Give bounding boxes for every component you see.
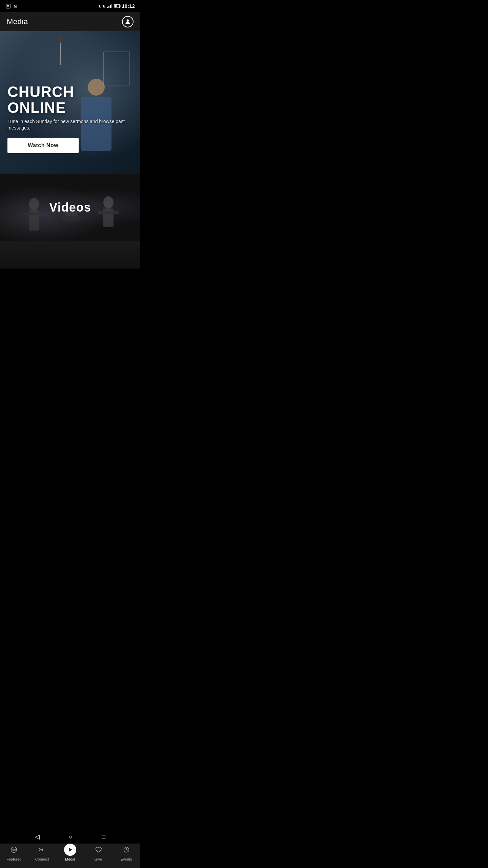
hero-title: CHURCH ONLINE <box>7 84 133 115</box>
videos-label: Videos <box>49 200 91 215</box>
svg-point-13 <box>127 19 129 22</box>
app-title: Media <box>7 17 28 26</box>
hero-content: CHURCH ONLINE Tune in each Sunday for ne… <box>7 84 133 153</box>
battery-icon <box>114 4 121 8</box>
sim-icon <box>5 3 11 9</box>
svg-rect-21 <box>98 211 119 214</box>
mic-decoration <box>60 38 61 65</box>
n-logo-icon: N <box>13 3 18 9</box>
svg-rect-5 <box>108 6 109 8</box>
time-display: 10:12 <box>122 3 135 9</box>
status-bar: N LTE 10:12 <box>0 0 140 12</box>
svg-text:N: N <box>14 4 17 9</box>
hero-subtitle: Tune in each Sunday for new sermons and … <box>7 118 133 132</box>
profile-button[interactable] <box>122 16 134 27</box>
svg-rect-1 <box>7 5 9 6</box>
lte-label: LTE <box>99 4 106 8</box>
svg-rect-6 <box>110 5 111 8</box>
svg-rect-2 <box>7 6 9 7</box>
svg-rect-7 <box>111 4 112 8</box>
watch-now-button[interactable]: Watch Now <box>7 138 79 153</box>
third-section-partial <box>0 241 140 269</box>
signal-icon <box>107 4 113 8</box>
svg-rect-4 <box>107 7 108 8</box>
profile-avatar-icon <box>124 18 131 25</box>
svg-rect-9 <box>120 5 120 7</box>
svg-rect-16 <box>25 213 44 215</box>
hero-section: CHURCH ONLINE Tune in each Sunday for ne… <box>0 31 140 174</box>
app-header: Media <box>0 12 140 31</box>
svg-rect-0 <box>6 4 10 8</box>
videos-section[interactable]: Videos <box>0 174 140 241</box>
svg-point-19 <box>103 196 114 209</box>
svg-point-14 <box>29 198 39 210</box>
status-left: N <box>5 3 18 9</box>
status-right: LTE 10:12 <box>99 3 135 9</box>
